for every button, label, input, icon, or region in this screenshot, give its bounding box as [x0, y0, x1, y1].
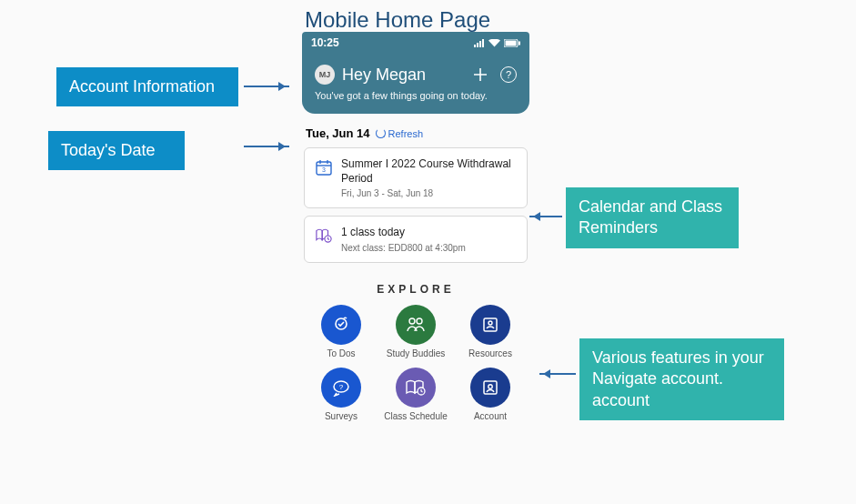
wifi-icon [488, 39, 500, 47]
card-class-today[interactable]: 1 class today Next class: EDD800 at 4:30… [304, 216, 528, 263]
callout-todays-date: Today's Date [48, 131, 185, 170]
date-row: Tue, Jun 14 Refresh [306, 126, 526, 140]
arrow-todays-date [244, 146, 289, 147]
callout-reminders: Calendar and Class Reminders [566, 187, 739, 248]
svg-rect-3 [482, 39, 484, 47]
explore-section: EXPLORE To Dos Study Buddies Resources [302, 283, 529, 421]
refresh-button[interactable]: Refresh [376, 128, 424, 139]
class-schedule-icon [396, 368, 436, 408]
header-actions: ? [473, 66, 517, 83]
refresh-icon [376, 128, 386, 138]
account-icon [470, 368, 510, 408]
svg-text:?: ? [339, 383, 344, 391]
card-body: 1 class today Next class: EDD800 at 4:30… [341, 226, 466, 253]
explore-label: Class Schedule [384, 411, 447, 421]
card-withdrawal-period[interactable]: 3 Summer I 2022 Course Withdrawal Period… [304, 147, 528, 208]
card-subtitle: Next class: EDD800 at 4:30pm [341, 243, 466, 253]
arrow-reminders [529, 216, 562, 217]
explore-heading: EXPLORE [302, 283, 529, 296]
add-button[interactable] [473, 67, 488, 82]
explore-label: Account [474, 411, 507, 421]
card-subtitle: Fri, Jun 3 - Sat, Jun 18 [341, 188, 516, 198]
card-body: Summer I 2022 Course Withdrawal Period F… [341, 157, 516, 198]
question-icon: ? [506, 69, 511, 80]
surveys-icon: ? [321, 368, 361, 408]
svg-rect-2 [479, 41, 481, 47]
svg-rect-21 [484, 381, 497, 394]
help-button[interactable]: ? [500, 66, 517, 83]
svg-text:3: 3 [322, 166, 326, 173]
svg-point-17 [488, 321, 492, 325]
explore-account[interactable]: Account [455, 368, 526, 421]
refresh-label: Refresh [388, 128, 424, 139]
signal-icon [474, 39, 485, 47]
statusbar-time: 10:25 [311, 36, 339, 49]
page-title: Mobile Home Page [305, 7, 490, 33]
svg-rect-0 [474, 45, 476, 47]
explore-surveys[interactable]: ? Surveys [306, 368, 377, 421]
calendar-icon: 3 [316, 159, 332, 176]
explore-label: Study Buddies [387, 348, 446, 358]
statusbar: 10:25 [302, 32, 529, 54]
greeting-text: Hey Megan [342, 66, 426, 85]
svg-rect-1 [477, 43, 478, 47]
statusbar-icons [474, 39, 520, 47]
callout-account-info: Account Information [56, 67, 238, 106]
explore-grid: To Dos Study Buddies Resources ? Surveys [302, 305, 529, 421]
battery-icon [504, 39, 520, 47]
card-title: 1 class today [341, 226, 466, 240]
explore-class-schedule[interactable]: Class Schedule [380, 368, 451, 421]
svg-point-15 [417, 318, 422, 324]
todos-icon [321, 305, 361, 345]
header-left: MJ Hey Megan [315, 65, 426, 85]
header-row: MJ Hey Megan ? [315, 65, 517, 85]
explore-study-buddies[interactable]: Study Buddies [380, 305, 451, 358]
explore-label: To Dos [327, 348, 355, 358]
svg-point-22 [488, 385, 492, 388]
current-date: Tue, Jun 14 [306, 126, 370, 140]
book-clock-icon [316, 227, 332, 244]
svg-point-14 [409, 318, 415, 324]
subgreeting-text: You've got a few things going on today. [315, 90, 517, 101]
study-buddies-icon [396, 305, 436, 345]
phone-mock: 10:25 MJ Hey Megan ? You've got a few th… [302, 32, 529, 421]
svg-rect-5 [506, 40, 517, 45]
arrow-account-info [244, 86, 289, 87]
explore-resources[interactable]: Resources [455, 305, 526, 358]
arrow-features [539, 373, 576, 375]
avatar[interactable]: MJ [315, 65, 335, 85]
explore-label: Resources [468, 348, 512, 358]
explore-label: Surveys [325, 411, 358, 421]
card-title: Summer I 2022 Course Withdrawal Period [341, 157, 516, 186]
callout-features: Various features in your Navigate accoun… [579, 338, 784, 420]
plus-icon [473, 67, 488, 82]
app-header: MJ Hey Megan ? You've got a few things g… [302, 54, 529, 114]
resources-icon [470, 305, 510, 345]
svg-rect-6 [519, 41, 520, 45]
explore-todos[interactable]: To Dos [306, 305, 377, 358]
